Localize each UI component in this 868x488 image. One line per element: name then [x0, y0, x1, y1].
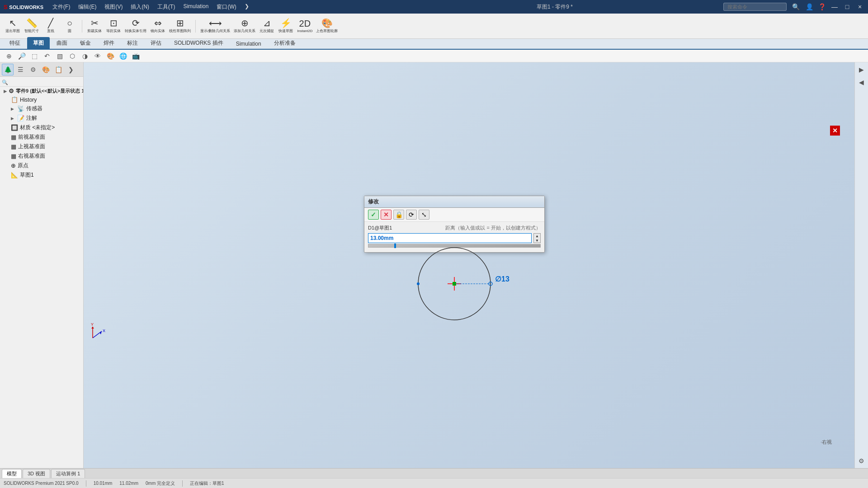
bottom-tabs: 模型 3D 视图 运动算例 1	[0, 468, 868, 478]
tab-analysis-prep[interactable]: 分析准备	[268, 37, 302, 49]
previous-view-icon[interactable]: ↶	[42, 51, 52, 61]
tab-motion-study[interactable]: 运动算例 1	[51, 469, 85, 478]
color-sketch-btn[interactable]: 🎨 上色草图轮廓	[315, 15, 339, 38]
rp-settings-btn[interactable]: ⚙	[856, 455, 867, 466]
svg-marker-11	[91, 327, 94, 328]
tab-annotation[interactable]: 标注	[121, 37, 144, 49]
add-relation-btn[interactable]: ⊕ 添加几何关系	[232, 15, 257, 38]
dialog-toolbar: ✓ ✕ 🔒 ⟳ ⤡	[364, 208, 544, 222]
svg-line-8	[93, 331, 102, 338]
search-input[interactable]	[723, 3, 787, 11]
menu-window[interactable]: 窗口(W)	[213, 2, 240, 12]
custom-tab[interactable]: 📋	[52, 64, 64, 75]
tab-sheetmetal[interactable]: 钣金	[74, 37, 97, 49]
dialog-rebuild-btn[interactable]: ⟳	[406, 210, 417, 220]
tab-3d-view[interactable]: 3D 视图	[23, 469, 50, 478]
dialog-lock-btn[interactable]: 🔒	[393, 210, 404, 220]
zoom-to-fit-icon[interactable]: ⊕	[4, 51, 14, 61]
svg-text:∅13: ∅13	[495, 275, 509, 283]
mirror-btn[interactable]: ⇔ 镜向实体	[149, 15, 167, 38]
svg-text:X: X	[103, 328, 105, 333]
tree-origin[interactable]: ⊕ 原点	[7, 161, 83, 170]
status-z: 0mm 完全定义	[146, 480, 175, 487]
dim-name-row: D1@草图1 距离（输入值或以 = 开始，以创建方程式）	[368, 225, 541, 231]
coordinate-axes: X Y	[84, 322, 106, 345]
group2: ✂ 剪裁实体 ⊡ 等距实体 ⟳ 转换实体引用 ⇔ 镜向实体 ⊞ 线性草图阵列	[85, 15, 192, 38]
tree-front-plane[interactable]: ▦ 前视基准面	[7, 132, 83, 142]
ribbon-tabs: 特征 草图 曲面 钣金 焊件 标注 评估 SOLIDWORKS 插件 Simul…	[0, 39, 868, 50]
status-sep2	[182, 480, 183, 487]
app-logo: S SOLIDWORKS	[4, 4, 43, 10]
dialog-ok-button[interactable]: ✓	[368, 210, 379, 220]
zoom-in-icon[interactable]: 🔎	[16, 51, 27, 61]
featuretree-tab[interactable]: 🌲	[2, 64, 14, 75]
tree-history[interactable]: 📋 History	[7, 95, 83, 104]
zoom-area-icon[interactable]: ⬚	[29, 51, 40, 61]
rapidsketch-btn[interactable]: ⚡ 快速草图	[277, 15, 295, 38]
property-tab[interactable]: ☰	[14, 64, 26, 75]
menu-view[interactable]: 视图(V)	[101, 2, 126, 12]
menu-tools[interactable]: 工具(T)	[154, 2, 179, 12]
help-icon[interactable]: ❓	[817, 2, 826, 11]
scene-icon[interactable]: 🌐	[118, 51, 128, 61]
config-tab[interactable]: ⚙	[27, 64, 39, 75]
search-icon[interactable]: 🔍	[790, 2, 801, 12]
expand-icon[interactable]: ❯	[65, 64, 77, 75]
part-root[interactable]: ▶ ⚙ 零件9 (默认<<默认>显示状态 1>)	[0, 87, 83, 95]
tree-right-plane[interactable]: ▦ 右视基准面	[7, 151, 83, 161]
trim-btn[interactable]: ✂ 剪裁实体	[85, 15, 104, 38]
maximize-button[interactable]: □	[843, 2, 852, 11]
menu-insert[interactable]: 插入(N)	[127, 2, 153, 12]
tree-material[interactable]: 🔲 材质 <未指定>	[7, 123, 83, 132]
menu-edit[interactable]: 编辑(E)	[75, 2, 100, 12]
instant3d-btn[interactable]: ⊿ 元次捕捉	[258, 15, 276, 38]
linear-pattern-btn[interactable]: ⊞ 线性草图阵列	[168, 15, 192, 38]
user-icon[interactable]: 👤	[805, 2, 814, 11]
close-button[interactable]: ×	[855, 2, 864, 11]
canvas[interactable]: 修改 ✓ ✕ 🔒 ⟳ ⤡ D1@草图1 距离（输入值或以 = 开始，以创建方程式…	[84, 62, 854, 468]
menu-more[interactable]: ❯	[241, 2, 253, 12]
tab-simulation[interactable]: Simulation	[230, 38, 267, 49]
view-settings-icon[interactable]: 📺	[130, 51, 141, 61]
menu-file[interactable]: 文件(F)	[49, 2, 74, 12]
hide-show-icon[interactable]: 👁	[92, 51, 103, 61]
tab-features[interactable]: 特征	[4, 37, 26, 49]
tab-evaluate[interactable]: 评估	[145, 37, 167, 49]
minimize-button[interactable]: —	[830, 2, 839, 11]
svg-text:Y: Y	[91, 322, 94, 327]
tree-sensors[interactable]: ▶ 📡 传感器	[7, 104, 83, 113]
rp-expand-btn[interactable]: ▶	[856, 64, 867, 75]
tab-model[interactable]: 模型	[2, 469, 22, 478]
menu-simulation[interactable]: Simulation	[179, 2, 212, 12]
exit-sketch-btn[interactable]: ↖ 退出草图	[4, 15, 22, 38]
appearance-side-tab[interactable]: 🎨	[40, 64, 52, 75]
tree-annotations[interactable]: ▶ 📝 注解	[7, 113, 83, 123]
tab-weldment[interactable]: 焊件	[98, 37, 120, 49]
line-btn[interactable]: ╱ 直线	[42, 15, 60, 38]
title-right: 🔍 👤 ❓ — □ ×	[723, 2, 864, 12]
smart-dimension-btn[interactable]: 📏 智能尺寸	[23, 15, 41, 38]
dimension-ref-btn[interactable]: ⟷ 显示/删除几何关系	[199, 15, 231, 38]
rp-collapse-btn[interactable]: ◀	[856, 77, 867, 88]
tab-sketch[interactable]: 草图	[27, 37, 50, 49]
tree-sketch1[interactable]: 📐 草图1	[7, 170, 83, 180]
instant2d-btn[interactable]: 2D Instant2D	[296, 15, 314, 38]
dialog-cancel-button[interactable]: ✕	[381, 210, 392, 220]
tab-solidworks-addins[interactable]: SOLIDWORKS 插件	[168, 37, 229, 49]
offset-btn[interactable]: ⊡ 等距实体	[104, 15, 123, 38]
dim-hint-label: 距离（输入值或以 = 开始，以创建方程式）	[428, 225, 541, 231]
display-style-icon[interactable]: ◑	[80, 51, 90, 61]
tree-top-plane[interactable]: ▦ 上视基准面	[7, 142, 83, 151]
section-view-icon[interactable]: ▧	[54, 51, 65, 61]
view-orient-icon[interactable]: ⬡	[67, 51, 78, 61]
sep1	[82, 20, 82, 33]
convert-btn[interactable]: ⟳ 转换实体引用	[123, 15, 148, 38]
tab-surface[interactable]: 曲面	[51, 37, 73, 49]
appearance-icon[interactable]: 🎨	[105, 51, 116, 61]
close-x-button[interactable]: ✕	[830, 126, 840, 136]
dialog-expand-btn[interactable]: ⤡	[419, 210, 429, 220]
circle-btn[interactable]: ○ 圆	[61, 15, 79, 38]
status-bar: SOLIDWORKS Premium 2021 SP0.0 10.01mm 11…	[0, 478, 868, 488]
menu-bar: 文件(F) 编辑(E) 视图(V) 插入(N) 工具(T) Simulation…	[49, 2, 386, 12]
status-edit: 正在编辑：草图1	[190, 480, 224, 487]
